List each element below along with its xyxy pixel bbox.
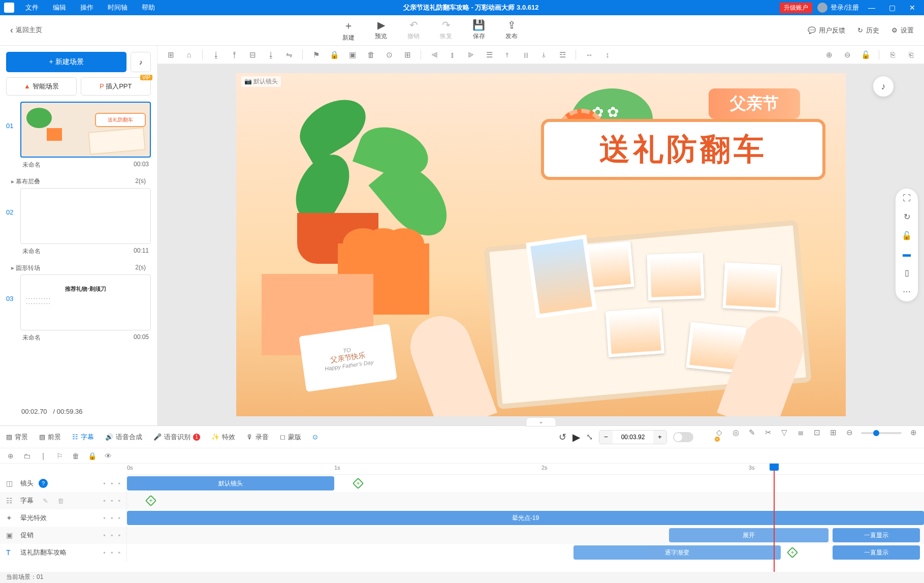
track-dot[interactable]: • (111, 480, 113, 487)
align-vbottom-icon[interactable]: ⫰ (537, 50, 551, 59)
copy-icon[interactable]: ⎘ (885, 50, 900, 59)
align-center-icon[interactable]: ⊟ (245, 50, 260, 59)
time-stepper[interactable]: − + (599, 430, 667, 444)
scene-item[interactable]: 01 送礼防翻车 未命名00:03 (6, 102, 151, 172)
scene-thumbnail[interactable]: 送礼防翻车 (20, 102, 151, 158)
back-home-button[interactable]: 返回主页 (0, 25, 52, 36)
group-icon[interactable]: ⊞ (400, 50, 415, 59)
canvas-music-button[interactable]: ♪ (873, 76, 894, 97)
delete-icon[interactable]: 🗑 (57, 497, 64, 505)
tab-more[interactable]: ⊙ (312, 433, 318, 441)
music-button[interactable]: ♪ (131, 52, 151, 72)
light-clip[interactable]: 晕光点-19 (127, 511, 924, 525)
align-vcenter-icon[interactable]: ⫼ (519, 50, 533, 59)
eye-icon[interactable]: 👁 (104, 452, 113, 460)
home-icon[interactable]: ⌂ (182, 50, 196, 59)
ai-scene-button[interactable]: ▲ 智能场景 (6, 77, 77, 96)
tab-fx[interactable]: ✨特效 (211, 433, 235, 442)
add-keyframe-icon[interactable] (353, 478, 364, 489)
align-hcenter-icon[interactable]: ⫿ (445, 50, 460, 59)
scene-thumbnail[interactable] (20, 188, 151, 244)
tab-background[interactable]: ▨背景 (6, 433, 28, 442)
add-keyframe-icon[interactable] (145, 495, 157, 507)
menu-file[interactable]: 文件 (18, 3, 46, 12)
paste-icon[interactable]: ⎗ (904, 50, 918, 59)
track-dot[interactable]: • (118, 497, 120, 505)
tab-tts[interactable]: 🔊语音合成 (105, 433, 142, 442)
fullscreen-icon[interactable]: ⛶ (903, 194, 911, 203)
track-dot[interactable]: • (111, 532, 113, 539)
time-ruler[interactable]: 0s 1s 2s 3s (127, 464, 924, 475)
promo-clip[interactable]: 一直显示 (833, 528, 920, 542)
settings-button[interactable]: ⚙设置 (891, 26, 914, 35)
zoom-in-icon[interactable]: ⊕ (822, 50, 836, 59)
align-top-icon[interactable]: ⭳ (209, 50, 223, 59)
track-dot[interactable]: • (118, 480, 120, 487)
zoom-out-icon[interactable]: ⊖ (840, 50, 854, 59)
insert-ppt-button[interactable]: P 插入PPTVIP (81, 77, 151, 96)
track-dot[interactable]: • (118, 514, 120, 522)
layer-icon[interactable]: ▣ (345, 50, 360, 59)
mobile-icon[interactable]: ▯ (905, 268, 909, 278)
canvas[interactable]: 📷 默认镜头 父亲节 促销 送礼防翻车 TO 父亲节快乐 (236, 73, 846, 416)
scene-item[interactable]: 02 未命名00:11 (6, 188, 151, 259)
time-minus-button[interactable]: − (599, 431, 613, 444)
menu-timeline[interactable]: 时间轴 (101, 3, 135, 12)
layers-icon[interactable]: ≣ (796, 428, 805, 446)
camera-clip[interactable]: 默认镜头 (127, 476, 334, 490)
trash-icon[interactable]: 🗑 (71, 452, 80, 460)
keyframe-icon[interactable]: ◇ (715, 428, 724, 446)
width-icon[interactable]: ↔ (582, 50, 596, 59)
folder-icon[interactable]: 🗀 (22, 452, 31, 460)
menu-edit[interactable]: 编辑 (46, 3, 73, 12)
marker-tool-icon[interactable]: ⚐ (55, 452, 64, 460)
close-button[interactable]: ✕ (905, 4, 920, 12)
publish-button[interactable]: ⇪发布 (505, 19, 518, 42)
align-vtop-icon[interactable]: ⫯ (500, 50, 515, 59)
more-icon[interactable]: ⋯ (903, 287, 911, 296)
new-scene-button[interactable]: + 新建场景 (6, 52, 126, 72)
track-dot[interactable]: • (111, 514, 113, 522)
track-dot[interactable]: • (103, 532, 106, 539)
scene-item[interactable]: 03 推荐礼物·剃须刀· · · · · · · · · ·· · · · · … (6, 274, 151, 345)
timeline[interactable]: 0s 1s 2s 3s ◫镜头?••• 默认镜头 ☷字幕✎🗑••• ✦晕光特效•… (0, 464, 924, 572)
snap-icon[interactable]: ⊞ (829, 428, 838, 446)
menu-help[interactable]: 帮助 (135, 3, 162, 12)
align-left-icon[interactable]: ⫷ (427, 50, 441, 59)
zoomout-tl-icon[interactable]: ⊖ (845, 428, 854, 446)
zoom-slider[interactable] (861, 432, 902, 434)
edit-tool-icon[interactable]: ✎ (747, 428, 756, 446)
minimize-button[interactable]: — (864, 4, 879, 12)
toggle-switch[interactable] (673, 432, 693, 442)
tab-asr[interactable]: 🎤语音识别1 (153, 433, 200, 442)
maximize-button[interactable]: ▢ (884, 4, 900, 12)
new-button[interactable]: ＋新建 (342, 19, 355, 42)
login-register-button[interactable]: 登录/注册 (817, 3, 859, 13)
menu-action[interactable]: 操作 (73, 3, 101, 12)
add-keyframe-icon[interactable] (787, 547, 799, 559)
height-icon[interactable]: ↕ (600, 50, 615, 59)
time-input[interactable] (613, 434, 653, 441)
track-dot[interactable]: • (111, 549, 113, 557)
flip-h-icon[interactable]: ⇋ (282, 50, 296, 59)
save-button[interactable]: 💾保存 (472, 19, 485, 42)
feedback-button[interactable]: 💬用户反馈 (808, 26, 845, 35)
lock-zoom-icon[interactable]: 🔓 (858, 50, 873, 59)
title-clip[interactable]: 逐字渐变 (573, 545, 781, 560)
title-clip[interactable]: 一直显示 (833, 545, 920, 560)
filter-icon[interactable]: ▽ (780, 428, 789, 446)
scene-transition[interactable]: ▸ 圆形转场2(s) (6, 262, 151, 274)
zoomin-tl-icon[interactable]: ⊕ (909, 428, 918, 446)
lock-icon[interactable]: 🔒 (327, 50, 341, 59)
tab-foreground[interactable]: ▧前景 (39, 433, 61, 442)
unlock-icon[interactable]: 🔓 (902, 231, 912, 240)
edit-icon[interactable]: ✎ (43, 497, 48, 505)
add-track-icon[interactable]: ⊕ (6, 452, 15, 460)
track-dot[interactable]: • (111, 497, 113, 505)
play-icon[interactable]: ▶ (572, 431, 580, 443)
upgrade-account-button[interactable]: 升级账户 (780, 3, 812, 13)
cut-tool-icon[interactable]: ✂ (763, 428, 773, 446)
track-dot[interactable]: • (103, 480, 106, 487)
ruler-icon[interactable]: ⊞ (164, 50, 178, 59)
rotate-icon[interactable]: ↻ (904, 212, 910, 222)
